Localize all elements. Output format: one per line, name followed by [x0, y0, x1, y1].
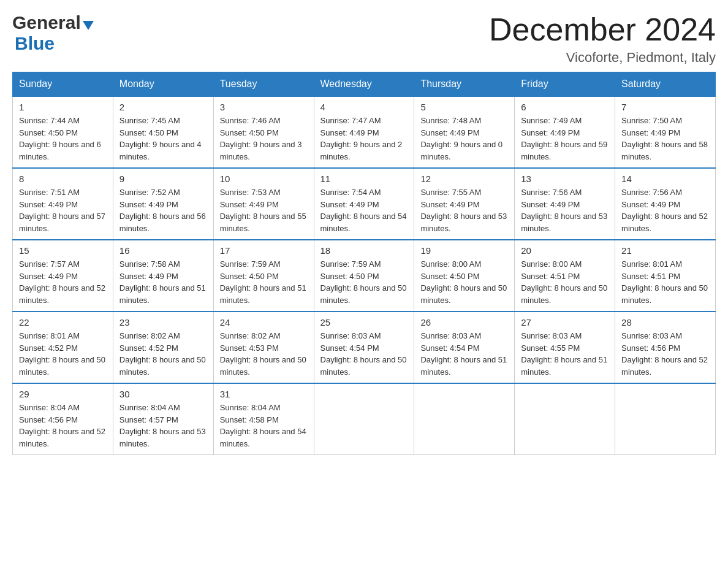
day-number: 18 [320, 245, 408, 256]
calendar-cell: 24Sunrise: 8:02 AMSunset: 4:53 PMDayligh… [213, 312, 314, 383]
day-info: Sunrise: 8:03 AMSunset: 4:54 PMDaylight:… [420, 330, 508, 378]
calendar-cell [414, 383, 515, 455]
day-number: 8 [19, 174, 107, 184]
day-number: 27 [521, 317, 609, 327]
day-info: Sunrise: 8:01 AMSunset: 4:52 PMDaylight:… [19, 330, 107, 378]
calendar-cell: 18Sunrise: 7:59 AMSunset: 4:50 PMDayligh… [314, 240, 414, 312]
title-section: December 2024 Vicoforte, Piedmont, Italy [489, 12, 716, 66]
calendar-cell: 29Sunrise: 8:04 AMSunset: 4:56 PMDayligh… [13, 383, 113, 455]
day-number: 3 [220, 102, 308, 112]
day-number: 4 [320, 102, 408, 112]
day-number: 15 [19, 245, 107, 256]
day-number: 20 [521, 245, 609, 256]
calendar-cell: 2Sunrise: 7:45 AMSunset: 4:50 PMDaylight… [113, 96, 213, 168]
calendar-cell: 30Sunrise: 8:04 AMSunset: 4:57 PMDayligh… [113, 383, 213, 455]
day-number: 23 [119, 317, 207, 327]
calendar-week-row: 22Sunrise: 8:01 AMSunset: 4:52 PMDayligh… [13, 312, 716, 383]
calendar-cell: 23Sunrise: 8:02 AMSunset: 4:52 PMDayligh… [113, 312, 213, 383]
calendar-cell: 14Sunrise: 7:56 AMSunset: 4:49 PMDayligh… [615, 168, 716, 240]
location-title: Vicoforte, Piedmont, Italy [489, 50, 716, 66]
day-number: 6 [521, 102, 609, 112]
day-number: 13 [521, 174, 609, 184]
day-info: Sunrise: 7:59 AMSunset: 4:50 PMDaylight:… [220, 258, 308, 306]
day-number: 25 [320, 317, 408, 327]
day-number: 28 [621, 317, 709, 327]
calendar-cell: 8Sunrise: 7:51 AMSunset: 4:49 PMDaylight… [13, 168, 113, 240]
day-number: 14 [621, 174, 709, 184]
day-info: Sunrise: 8:04 AMSunset: 4:56 PMDaylight:… [19, 402, 107, 450]
day-info: Sunrise: 7:56 AMSunset: 4:49 PMDaylight:… [621, 186, 709, 234]
day-info: Sunrise: 8:03 AMSunset: 4:55 PMDaylight:… [521, 330, 609, 378]
page-header: General Blue December 2024 Vicoforte, Pi… [12, 12, 716, 66]
day-of-week-header: Sunday [13, 72, 113, 97]
day-of-week-header: Thursday [414, 72, 515, 97]
day-number: 24 [220, 317, 308, 327]
day-info: Sunrise: 7:59 AMSunset: 4:50 PMDaylight:… [320, 258, 408, 306]
calendar-cell: 3Sunrise: 7:46 AMSunset: 4:50 PMDaylight… [213, 96, 314, 168]
calendar-cell: 9Sunrise: 7:52 AMSunset: 4:49 PMDaylight… [113, 168, 213, 240]
day-info: Sunrise: 7:55 AMSunset: 4:49 PMDaylight:… [420, 186, 508, 234]
calendar-cell [314, 383, 414, 455]
day-number: 26 [420, 317, 508, 327]
day-number: 29 [19, 389, 107, 399]
calendar-cell: 7Sunrise: 7:50 AMSunset: 4:49 PMDaylight… [615, 96, 716, 168]
day-number: 2 [119, 102, 207, 112]
calendar-cell: 22Sunrise: 8:01 AMSunset: 4:52 PMDayligh… [13, 312, 113, 383]
logo-blue-text: Blue [15, 33, 55, 53]
day-info: Sunrise: 7:48 AMSunset: 4:49 PMDaylight:… [420, 115, 508, 163]
day-info: Sunrise: 7:51 AMSunset: 4:49 PMDaylight:… [19, 186, 107, 234]
day-number: 11 [320, 174, 408, 184]
day-number: 19 [420, 245, 508, 256]
calendar-cell: 25Sunrise: 8:03 AMSunset: 4:54 PMDayligh… [314, 312, 414, 383]
calendar-body: 1Sunrise: 7:44 AMSunset: 4:50 PMDaylight… [13, 96, 716, 455]
logo: General Blue [12, 12, 94, 54]
day-info: Sunrise: 8:00 AMSunset: 4:51 PMDaylight:… [521, 258, 609, 306]
calendar-cell: 16Sunrise: 7:58 AMSunset: 4:49 PMDayligh… [113, 240, 213, 312]
calendar-cell: 1Sunrise: 7:44 AMSunset: 4:50 PMDaylight… [13, 96, 113, 168]
day-info: Sunrise: 7:52 AMSunset: 4:49 PMDaylight:… [119, 186, 207, 234]
calendar-cell: 20Sunrise: 8:00 AMSunset: 4:51 PMDayligh… [515, 240, 615, 312]
day-info: Sunrise: 7:44 AMSunset: 4:50 PMDaylight:… [19, 115, 107, 163]
calendar-table: SundayMondayTuesdayWednesdayThursdayFrid… [12, 72, 716, 455]
calendar-cell: 12Sunrise: 7:55 AMSunset: 4:49 PMDayligh… [414, 168, 515, 240]
day-info: Sunrise: 7:47 AMSunset: 4:49 PMDaylight:… [320, 115, 408, 163]
day-of-week-header: Friday [515, 72, 615, 97]
day-info: Sunrise: 8:00 AMSunset: 4:50 PMDaylight:… [420, 258, 508, 306]
logo-general-text: General [12, 12, 81, 33]
calendar-week-row: 29Sunrise: 8:04 AMSunset: 4:56 PMDayligh… [13, 383, 716, 455]
calendar-cell: 4Sunrise: 7:47 AMSunset: 4:49 PMDaylight… [314, 96, 414, 168]
calendar-cell: 15Sunrise: 7:57 AMSunset: 4:49 PMDayligh… [13, 240, 113, 312]
calendar-header: SundayMondayTuesdayWednesdayThursdayFrid… [13, 72, 716, 97]
day-info: Sunrise: 7:56 AMSunset: 4:49 PMDaylight:… [521, 186, 609, 234]
calendar-cell [515, 383, 615, 455]
day-info: Sunrise: 7:58 AMSunset: 4:49 PMDaylight:… [119, 258, 207, 306]
day-of-week-header: Monday [113, 72, 213, 97]
day-of-week-header: Saturday [615, 72, 716, 97]
day-info: Sunrise: 8:02 AMSunset: 4:53 PMDaylight:… [220, 330, 308, 378]
day-info: Sunrise: 7:49 AMSunset: 4:49 PMDaylight:… [521, 115, 609, 163]
day-info: Sunrise: 8:02 AMSunset: 4:52 PMDaylight:… [119, 330, 207, 378]
day-number: 5 [420, 102, 508, 112]
day-info: Sunrise: 8:04 AMSunset: 4:58 PMDaylight:… [220, 402, 308, 450]
calendar-week-row: 15Sunrise: 7:57 AMSunset: 4:49 PMDayligh… [13, 240, 716, 312]
calendar-cell: 13Sunrise: 7:56 AMSunset: 4:49 PMDayligh… [515, 168, 615, 240]
calendar-cell: 17Sunrise: 7:59 AMSunset: 4:50 PMDayligh… [213, 240, 314, 312]
calendar-cell: 11Sunrise: 7:54 AMSunset: 4:49 PMDayligh… [314, 168, 414, 240]
calendar-cell: 21Sunrise: 8:01 AMSunset: 4:51 PMDayligh… [615, 240, 716, 312]
calendar-cell: 6Sunrise: 7:49 AMSunset: 4:49 PMDaylight… [515, 96, 615, 168]
day-number: 10 [220, 174, 308, 184]
day-info: Sunrise: 8:03 AMSunset: 4:56 PMDaylight:… [621, 330, 709, 378]
calendar-cell: 10Sunrise: 7:53 AMSunset: 4:49 PMDayligh… [213, 168, 314, 240]
day-of-week-header: Wednesday [314, 72, 414, 97]
day-number: 16 [119, 245, 207, 256]
calendar-cell: 5Sunrise: 7:48 AMSunset: 4:49 PMDaylight… [414, 96, 515, 168]
calendar-cell: 27Sunrise: 8:03 AMSunset: 4:55 PMDayligh… [515, 312, 615, 383]
day-info: Sunrise: 8:04 AMSunset: 4:57 PMDaylight:… [119, 402, 207, 450]
day-number: 12 [420, 174, 508, 184]
day-info: Sunrise: 7:57 AMSunset: 4:49 PMDaylight:… [19, 258, 107, 306]
day-info: Sunrise: 7:50 AMSunset: 4:49 PMDaylight:… [621, 115, 709, 163]
days-of-week-row: SundayMondayTuesdayWednesdayThursdayFrid… [13, 72, 716, 97]
day-info: Sunrise: 7:45 AMSunset: 4:50 PMDaylight:… [119, 115, 207, 163]
calendar-week-row: 8Sunrise: 7:51 AMSunset: 4:49 PMDaylight… [13, 168, 716, 240]
day-of-week-header: Tuesday [213, 72, 314, 97]
